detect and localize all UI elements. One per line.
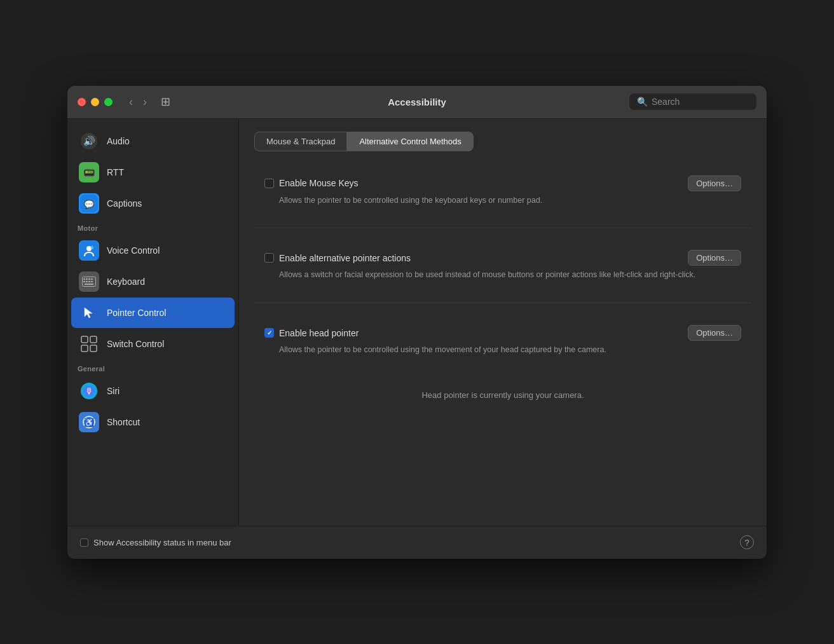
- sidebar-item-switch-control[interactable]: Switch Control: [71, 329, 235, 359]
- siri-label: Siri: [107, 386, 120, 396]
- tab-mouse-trackpad[interactable]: Mouse & Trackpad: [254, 132, 347, 151]
- grid-button[interactable]: ⊞: [157, 95, 174, 109]
- svg-point-7: [91, 247, 93, 249]
- svg-rect-20: [90, 336, 97, 343]
- head-pointer-row: Enable head pointer Options… Allows the …: [254, 316, 751, 365]
- camera-notice: Head pointer is currently using your cam…: [254, 384, 751, 406]
- status-bar-checkbox[interactable]: [80, 538, 88, 547]
- svg-rect-13: [91, 278, 93, 280]
- main-panel: Mouse & Trackpad Alternative Control Met…: [239, 119, 767, 526]
- svg-point-6: [86, 246, 92, 251]
- switch-control-icon: [79, 334, 99, 354]
- keyboard-icon: [79, 271, 99, 292]
- help-button[interactable]: ?: [740, 535, 754, 549]
- traffic-lights: [78, 98, 113, 106]
- alt-pointer-options-button[interactable]: Options…: [688, 250, 741, 266]
- alt-pointer-description: Allows a switch or facial expression to …: [264, 269, 741, 281]
- general-section-label: General: [67, 360, 238, 375]
- svg-rect-11: [86, 278, 88, 280]
- nav-buttons: ‹ ›: [125, 95, 151, 109]
- sidebar-item-voice-control[interactable]: Voice Control: [71, 235, 235, 266]
- pointer-control-label: Pointer Control: [107, 308, 166, 318]
- head-pointer-label: Enable head pointer: [279, 328, 359, 338]
- svg-text:♿: ♿: [84, 417, 95, 428]
- forward-button[interactable]: ›: [139, 95, 151, 109]
- mouse-keys-checkbox[interactable]: [264, 179, 274, 188]
- svg-rect-19: [81, 336, 88, 343]
- svg-rect-15: [86, 281, 88, 282]
- titlebar: ‹ › ⊞ Accessibility 🔍: [67, 86, 767, 119]
- tabs-row: Mouse & Trackpad Alternative Control Met…: [254, 132, 751, 151]
- close-button[interactable]: [78, 98, 86, 106]
- svg-text:💬: 💬: [84, 199, 95, 210]
- back-button[interactable]: ‹: [125, 95, 137, 109]
- search-box: 🔍: [629, 93, 756, 110]
- alt-pointer-row: Enable alternative pointer actions Optio…: [254, 241, 751, 290]
- head-pointer-checkbox[interactable]: [264, 328, 274, 338]
- svg-rect-22: [90, 345, 97, 352]
- divider-1: [254, 228, 751, 228]
- siri-icon: 🎙: [79, 381, 99, 401]
- sidebar-item-siri[interactable]: 🎙 Siri: [71, 376, 235, 406]
- head-pointer-options-button[interactable]: Options…: [688, 325, 741, 341]
- head-pointer-description: Allows the pointer to be controlled usin…: [264, 344, 741, 356]
- svg-rect-12: [88, 278, 90, 280]
- mouse-keys-row: Enable Mouse Keys Options… Allows the po…: [254, 167, 751, 216]
- svg-rect-14: [83, 281, 85, 282]
- motor-section-label: Motor: [67, 219, 238, 235]
- divider-2: [254, 303, 751, 303]
- audio-icon: 🔊: [79, 131, 99, 151]
- voice-control-label: Voice Control: [107, 245, 160, 256]
- content-area: 🔊 Audio 📟 RTT 💬 Captions Motor: [67, 119, 767, 526]
- rtt-icon: 📟: [79, 162, 99, 182]
- mouse-keys-options-button[interactable]: Options…: [688, 175, 741, 191]
- svg-rect-16: [88, 281, 90, 282]
- tab-alt-control[interactable]: Alternative Control Methods: [347, 132, 473, 151]
- svg-text:🔊: 🔊: [83, 135, 95, 147]
- shortcut-label: Shortcut: [107, 417, 140, 427]
- maximize-button[interactable]: [104, 98, 113, 106]
- keyboard-label: Keyboard: [107, 277, 145, 287]
- sidebar-item-captions[interactable]: 💬 Captions: [71, 188, 235, 219]
- search-icon: 🔍: [637, 97, 648, 107]
- window-title: Accessibility: [388, 97, 446, 107]
- voice-control-icon: [79, 240, 99, 261]
- sidebar-item-shortcut[interactable]: ♿ Shortcut: [71, 407, 235, 437]
- alt-pointer-checkbox[interactable]: [264, 253, 274, 263]
- sidebar-item-audio[interactable]: 🔊 Audio: [71, 126, 235, 156]
- sidebar-item-pointer-control[interactable]: Pointer Control: [71, 298, 235, 328]
- search-input[interactable]: [652, 97, 749, 107]
- shortcut-icon: ♿: [79, 412, 99, 432]
- pointer-control-icon: [79, 303, 99, 323]
- sidebar-item-keyboard[interactable]: Keyboard: [71, 266, 235, 297]
- minimize-button[interactable]: [91, 98, 99, 106]
- sidebar-item-rtt[interactable]: 📟 RTT: [71, 157, 235, 188]
- mouse-keys-description: Allows the pointer to be controlled usin…: [264, 195, 741, 207]
- alt-pointer-label: Enable alternative pointer actions: [279, 253, 411, 263]
- bottom-bar: Show Accessibility status in menu bar ?: [67, 526, 767, 559]
- rtt-label: RTT: [107, 167, 124, 177]
- svg-rect-17: [91, 281, 93, 282]
- svg-rect-18: [85, 284, 93, 285]
- main-window: ‹ › ⊞ Accessibility 🔍 🔊 Audio 📟 R: [67, 86, 767, 559]
- status-bar-label: Show Accessibility status in menu bar: [93, 538, 231, 547]
- captions-icon: 💬: [79, 193, 99, 214]
- svg-text:🎙: 🎙: [85, 387, 93, 396]
- sidebar: 🔊 Audio 📟 RTT 💬 Captions Motor: [67, 119, 239, 526]
- svg-rect-21: [81, 345, 88, 352]
- status-bar-checkbox-group: Show Accessibility status in menu bar: [80, 538, 740, 547]
- svg-rect-10: [83, 278, 85, 280]
- mouse-keys-label: Enable Mouse Keys: [279, 178, 359, 188]
- audio-label: Audio: [107, 136, 130, 146]
- svg-text:📟: 📟: [83, 167, 95, 179]
- switch-control-label: Switch Control: [107, 339, 164, 349]
- captions-label: Captions: [107, 198, 142, 209]
